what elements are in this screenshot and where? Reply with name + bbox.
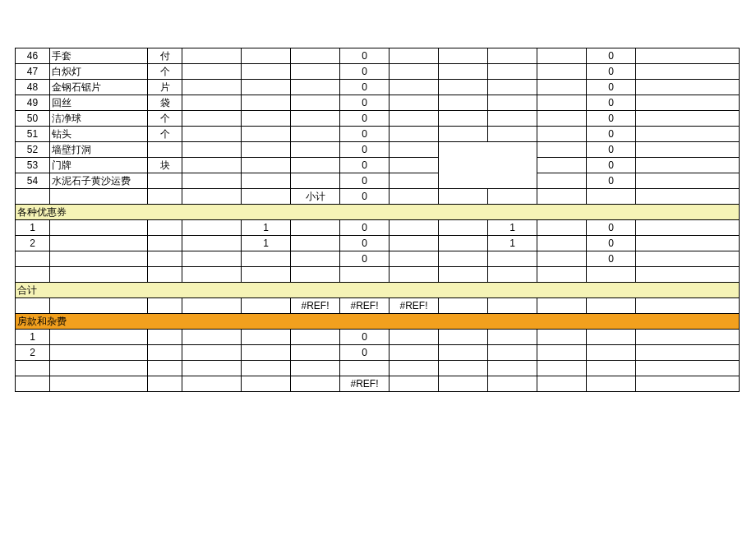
- cell: [182, 251, 242, 267]
- cell: [439, 298, 488, 314]
- cell: #REF!: [340, 376, 390, 392]
- cell: [390, 330, 439, 345]
- table-row: 各种优惠券: [16, 205, 740, 220]
- cell: [488, 361, 537, 376]
- cell: [242, 111, 291, 127]
- cell: [636, 267, 740, 283]
- cell: [242, 251, 291, 267]
- cell: [390, 127, 439, 142]
- cell: 0: [340, 48, 390, 64]
- cell: [148, 361, 182, 376]
- cell: [182, 173, 242, 189]
- cell: 小计: [291, 189, 340, 205]
- cell: [537, 189, 587, 205]
- cell: [636, 64, 740, 80]
- cell: [439, 189, 488, 205]
- cell: 54: [16, 173, 50, 189]
- cell: [390, 345, 439, 361]
- cell: [439, 330, 488, 345]
- cell: [587, 189, 636, 205]
- cell: [537, 95, 587, 111]
- cell: [182, 267, 242, 283]
- cell: [242, 127, 291, 142]
- cell: [291, 80, 340, 95]
- cell: [537, 220, 587, 236]
- cell: [242, 298, 291, 314]
- cell: [242, 48, 291, 64]
- cell: [50, 236, 148, 251]
- cell: 0: [340, 111, 390, 127]
- table-row: 合计: [16, 283, 740, 298]
- cell: [636, 376, 740, 392]
- cell: [50, 267, 148, 283]
- table-row: 46手套付00: [16, 48, 740, 64]
- cell: [439, 220, 488, 236]
- cell: [242, 173, 291, 189]
- cell: [537, 361, 587, 376]
- cell: [182, 95, 242, 111]
- cell: [390, 111, 439, 127]
- cell: #REF!: [291, 298, 340, 314]
- cell: [50, 345, 148, 361]
- cell: 2: [16, 236, 50, 251]
- cell: [148, 330, 182, 345]
- table-row: 11010: [16, 220, 740, 236]
- cell: 0: [340, 158, 390, 173]
- cell: [439, 376, 488, 392]
- table-row: 小计0: [16, 189, 740, 205]
- cell: [488, 267, 537, 283]
- cell: [636, 220, 740, 236]
- cell: [390, 189, 439, 205]
- cell: 53: [16, 158, 50, 173]
- cell: [439, 127, 488, 142]
- cell: [291, 376, 340, 392]
- cell: 0: [587, 127, 636, 142]
- cell: [291, 111, 340, 127]
- cell: [488, 127, 537, 142]
- cell: [488, 64, 537, 80]
- cell: [537, 158, 587, 173]
- section-header-housing: 房款和杂费: [16, 314, 740, 330]
- cell: [50, 376, 148, 392]
- cell: [488, 345, 537, 361]
- table-row: 54水泥石子黄沙运费00: [16, 173, 740, 189]
- cell: [16, 189, 50, 205]
- cell: [390, 251, 439, 267]
- cell: [390, 48, 439, 64]
- cell: [242, 267, 291, 283]
- cell: [636, 127, 740, 142]
- table-row: 53门牌块00: [16, 158, 740, 173]
- cell: [488, 376, 537, 392]
- cell: [182, 220, 242, 236]
- cell: 0: [340, 189, 390, 205]
- cell: 51: [16, 127, 50, 142]
- cell: 1: [16, 220, 50, 236]
- cell: [148, 267, 182, 283]
- cell: 0: [587, 142, 636, 158]
- cell: [291, 345, 340, 361]
- cell: [488, 111, 537, 127]
- section-header-coupon: 各种优惠券: [16, 205, 740, 220]
- cell: 钻头: [50, 127, 148, 142]
- cell: [537, 173, 587, 189]
- cell: 49: [16, 95, 50, 111]
- cell: [16, 361, 50, 376]
- cell: [636, 95, 740, 111]
- cell: [16, 267, 50, 283]
- cell: [636, 80, 740, 95]
- cell: [182, 64, 242, 80]
- cell: [537, 376, 587, 392]
- spreadsheet-table: 46手套付0047白炽灯个0048金钢石锯片片0049回丝袋0050洁净球个00…: [15, 48, 740, 392]
- cell: [242, 330, 291, 345]
- cell: [439, 345, 488, 361]
- cell: 手套: [50, 48, 148, 64]
- cell: [390, 64, 439, 80]
- cell: [50, 330, 148, 345]
- cell: 0: [587, 111, 636, 127]
- cell: 0: [587, 251, 636, 267]
- cell: 1: [242, 220, 291, 236]
- cell: [488, 95, 537, 111]
- cell: 0: [340, 142, 390, 158]
- cell: [488, 189, 537, 205]
- cell: [242, 361, 291, 376]
